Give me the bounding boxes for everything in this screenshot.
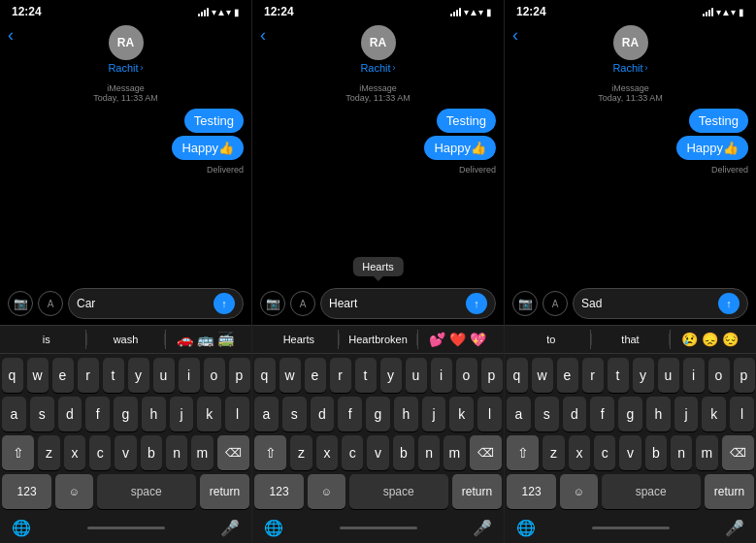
key-o-3[interactable]: o: [708, 358, 730, 393]
key-k-3[interactable]: k: [702, 397, 726, 431]
emoji-key-1[interactable]: ☺: [55, 474, 92, 509]
key-z-1[interactable]: z: [38, 435, 59, 470]
key-y-3[interactable]: y: [633, 358, 654, 393]
key-p-1[interactable]: p: [229, 358, 250, 393]
key-r-2[interactable]: r: [330, 358, 351, 393]
send-button-2[interactable]: ↑: [466, 293, 487, 314]
mic-icon-3[interactable]: 🎤: [725, 519, 744, 537]
key-a-3[interactable]: a: [507, 397, 531, 431]
key-p-3[interactable]: p: [734, 358, 755, 393]
key-e-3[interactable]: e: [557, 358, 578, 393]
key-v-3[interactable]: v: [619, 435, 641, 470]
space-key-2[interactable]: space: [349, 474, 448, 509]
key-s-3[interactable]: s: [535, 397, 559, 431]
key-q-2[interactable]: q: [254, 358, 276, 393]
suggestion-2-1[interactable]: Hearts: [260, 334, 338, 345]
key-m-3[interactable]: m: [696, 435, 717, 470]
key-t-3[interactable]: t: [608, 358, 629, 393]
key-u-2[interactable]: u: [406, 358, 427, 393]
key-w-2[interactable]: w: [279, 358, 301, 393]
key-w-1[interactable]: w: [27, 358, 49, 393]
suggestion-1-3[interactable]: 🚗 🚌 🚎: [166, 332, 244, 347]
input-field-wrap-2[interactable]: Heart ↑: [320, 288, 496, 319]
suggestion-1-1[interactable]: is: [8, 334, 85, 345]
key-t-2[interactable]: t: [355, 358, 377, 393]
key-v-1[interactable]: v: [115, 435, 136, 470]
key-l-1[interactable]: l: [225, 397, 249, 431]
key-j-2[interactable]: j: [422, 397, 446, 431]
key-f-2[interactable]: f: [338, 397, 362, 431]
delete-key-1[interactable]: ⌫: [217, 435, 249, 470]
back-button-2[interactable]: ‹: [260, 25, 266, 46]
key-s-2[interactable]: s: [282, 397, 307, 431]
key-t-1[interactable]: t: [103, 358, 124, 393]
shift-key-2[interactable]: ⇧: [254, 435, 286, 470]
key-e-2[interactable]: e: [305, 358, 326, 393]
input-field-wrap-3[interactable]: Sad ↑: [573, 288, 748, 319]
space-key-3[interactable]: space: [602, 474, 701, 509]
mic-icon-1[interactable]: 🎤: [220, 519, 240, 537]
key-123-1[interactable]: 123: [2, 474, 51, 509]
key-123-3[interactable]: 123: [507, 474, 556, 509]
globe-icon-3[interactable]: 🌐: [516, 519, 536, 537]
suggestion-3-3[interactable]: 😢 😞 😔: [671, 332, 748, 347]
contact-name-3[interactable]: Rachit ›: [612, 62, 647, 74]
input-text-2[interactable]: Heart: [329, 297, 466, 310]
key-n-3[interactable]: n: [671, 435, 692, 470]
back-button-1[interactable]: ‹: [8, 25, 14, 46]
return-key-1[interactable]: return: [200, 474, 249, 509]
key-q-1[interactable]: q: [2, 358, 23, 393]
key-e-1[interactable]: e: [52, 358, 74, 393]
key-j-3[interactable]: j: [674, 397, 699, 431]
key-f-1[interactable]: f: [85, 397, 110, 431]
appstore-icon-3[interactable]: A: [542, 291, 568, 316]
key-j-1[interactable]: j: [170, 397, 194, 431]
key-y-1[interactable]: y: [128, 358, 149, 393]
contact-name-1[interactable]: Rachit ›: [108, 62, 143, 74]
key-o-1[interactable]: o: [204, 358, 225, 393]
key-r-3[interactable]: r: [582, 358, 604, 393]
key-d-3[interactable]: d: [563, 397, 587, 431]
send-button-1[interactable]: ↑: [214, 293, 235, 314]
key-u-3[interactable]: u: [658, 358, 679, 393]
camera-icon-2[interactable]: 📷: [260, 291, 285, 316]
key-m-1[interactable]: m: [191, 435, 213, 470]
key-q-3[interactable]: q: [507, 358, 528, 393]
key-u-1[interactable]: u: [153, 358, 175, 393]
key-o-2[interactable]: o: [456, 358, 477, 393]
key-m-2[interactable]: m: [444, 435, 465, 470]
key-a-2[interactable]: a: [254, 397, 279, 431]
key-d-2[interactable]: d: [311, 397, 335, 431]
key-l-2[interactable]: l: [477, 397, 502, 431]
key-x-3[interactable]: x: [569, 435, 590, 470]
key-h-2[interactable]: h: [394, 397, 418, 431]
input-field-wrap-1[interactable]: Car ↑: [68, 288, 244, 319]
return-key-2[interactable]: return: [452, 474, 502, 509]
key-g-2[interactable]: g: [366, 397, 390, 431]
key-x-1[interactable]: x: [64, 435, 85, 470]
return-key-3[interactable]: return: [705, 474, 754, 509]
input-text-3[interactable]: Sad: [581, 297, 718, 310]
suggestion-2-2[interactable]: Heartbroken: [339, 334, 418, 345]
shift-key-1[interactable]: ⇧: [2, 435, 34, 470]
emoji-key-3[interactable]: ☺: [560, 474, 597, 509]
suggestion-3-1[interactable]: to: [512, 334, 590, 345]
key-123-2[interactable]: 123: [254, 474, 304, 509]
key-c-2[interactable]: c: [342, 435, 363, 470]
key-k-2[interactable]: k: [449, 397, 474, 431]
key-i-1[interactable]: i: [179, 358, 200, 393]
mic-icon-2[interactable]: 🎤: [473, 519, 492, 537]
key-h-1[interactable]: h: [142, 397, 166, 431]
key-d-1[interactable]: d: [58, 397, 82, 431]
key-i-2[interactable]: i: [431, 358, 452, 393]
key-y-2[interactable]: y: [380, 358, 402, 393]
suggestion-3-2[interactable]: that: [591, 334, 671, 345]
delete-key-3[interactable]: ⌫: [722, 435, 754, 470]
camera-icon-3[interactable]: 📷: [512, 291, 538, 316]
key-h-3[interactable]: h: [646, 397, 671, 431]
key-c-3[interactable]: c: [594, 435, 615, 470]
key-c-1[interactable]: c: [89, 435, 111, 470]
suggestion-1-2[interactable]: wash: [86, 334, 166, 345]
key-x-2[interactable]: x: [316, 435, 338, 470]
shift-key-3[interactable]: ⇧: [507, 435, 539, 470]
